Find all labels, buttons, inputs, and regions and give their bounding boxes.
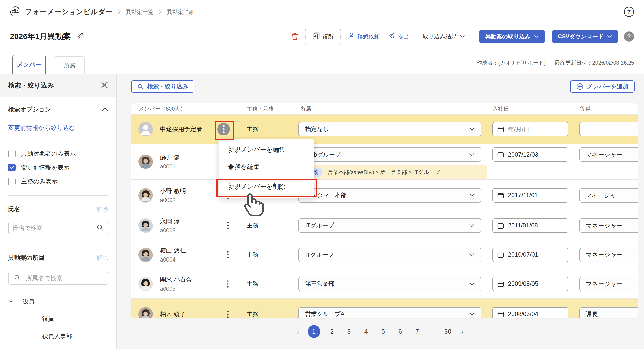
calendar-icon [497,126,504,133]
pagination-next-icon[interactable]: › [460,327,465,336]
checkbox-show-transfer-targets[interactable]: 異動対象者のみ表示 [8,150,108,158]
pagination: ‹ 1 2 3 4 5 6 7 ⋯ 30 › [116,325,644,338]
input-divider [92,224,92,232]
duty-cell: 主務 [236,298,293,318]
role-select[interactable]: 課長 [580,307,638,319]
join-date-input[interactable]: 2011/01/08 [492,218,568,233]
department-search-input[interactable]: 所属名で検索 [8,272,108,285]
join-date-input[interactable]: 2009/08/05 [492,277,568,291]
tree-node-executives[interactable]: 役員 [8,297,108,305]
creator-label: 作成者：(カオナビサポート) [476,59,546,66]
add-member-button[interactable]: メンバーを追加 [570,80,634,93]
breadcrumb-transfer-detail: 異動案詳細 [167,8,195,16]
pagination-page-3[interactable]: 3 [344,328,354,335]
join-date-input[interactable]: 2008/03/04 [492,307,568,319]
import-result-dropdown[interactable]: 取り込み結果 [423,33,465,40]
pagination-page-5[interactable]: 5 [378,328,388,335]
menu-item-delete-new-member[interactable]: 新規メンバーを削除 [219,178,314,195]
edit-title-icon[interactable] [77,33,84,41]
kebab-menu-button[interactable] [226,309,230,319]
department-select[interactable]: Webグループ [298,147,481,162]
tree-leaf-executive-hr[interactable]: 役員人事部 [42,332,108,340]
search-filter-button[interactable]: 検索・絞り込み [131,80,194,93]
checkbox-icon [8,150,16,157]
join-date-input[interactable]: 2010/07/01 [492,248,568,262]
submit-label: 提出 [398,33,409,40]
pagination-page-7[interactable]: 7 [412,328,422,335]
role-select[interactable]: マネージャー [580,277,638,291]
join-date-input[interactable]: 2007/12/03 [492,147,568,162]
kebab-menu-button[interactable] [226,250,230,260]
chevron-down-icon [534,35,539,38]
avatar [138,188,153,203]
top-bar: フォーメーションビルダー 異動案一覧 異動案詳細 ? [0,0,644,24]
help-icon[interactable]: ? [624,32,634,42]
name-search-input[interactable]: 氏名で検索 [8,222,108,234]
csv-download-button[interactable]: CSVダウンロード [552,30,618,43]
member-name: 小野 敏明 [160,187,186,195]
column-header-member: メンバー（600人） [131,103,236,114]
department-select[interactable]: 第三営業部 [298,277,481,291]
app-window: フォーメーションビルダー 異動案一覧 異動案詳細 ? 2026年1月異動案 [0,0,644,349]
calendar-icon [497,151,504,158]
close-icon[interactable] [100,81,108,90]
tab-members[interactable]: メンバー [12,55,46,74]
import-result-label: 取り込み結果 [423,33,457,40]
role-select[interactable]: マネージャー [580,147,638,162]
role-select[interactable]: マネージャー [580,248,638,262]
search-filter-label: 検索・絞り込み [147,83,188,90]
calendar-icon [497,192,504,199]
chevron-down-icon [607,35,612,38]
department-select[interactable]: カスタマー本部 [298,188,481,203]
department-select[interactable]: ITグループ [298,218,481,233]
table-row: 永岡 淳 a0003 主務 ITグループ 2011/01/08 [131,211,638,240]
role-select[interactable] [580,122,638,136]
import-transfer-button[interactable]: 異動案の取り込み [479,30,545,43]
tree-leaf-executives[interactable]: 役員 [42,315,108,323]
role-select[interactable]: マネージャー [580,218,638,233]
pagination-page-4[interactable]: 4 [361,328,371,335]
checkbox-icon [8,178,16,185]
divider [8,142,108,142]
kebab-menu-button[interactable] [226,221,230,231]
checkbox-show-previous-info[interactable]: 変更前情報を表示 [8,164,108,172]
column-header-role: 役職 [574,103,638,114]
member-name: 柏木 綾子 [160,310,186,318]
chevron-down-icon [469,312,474,316]
chevron-up-icon[interactable] [102,107,108,112]
tab-departments[interactable]: 所属 [54,56,85,74]
join-date-input[interactable]: 年/月/日 [492,122,568,136]
department-select[interactable]: ITグループ [298,248,481,262]
last-updated-label: 最終更新日時：2026/02/03 16:25 [554,59,634,66]
import-transfer-label: 異動案の取り込み [485,33,530,40]
pagination-page-1[interactable]: 1 [308,325,320,338]
pagination-prev-icon[interactable]: ‹ [296,327,301,336]
pagination-page-30[interactable]: 30 [443,328,453,335]
kebab-menu-button[interactable] [226,279,230,289]
department-select[interactable]: 指定なし [298,122,481,136]
pagination-page-2[interactable]: 2 [327,328,337,335]
join-date-input[interactable]: 2017/11/01 [492,188,568,203]
clear-name-filter-link[interactable]: 解除 [96,205,108,213]
menu-item-edit-new-member[interactable]: 新規メンバーを編集 [219,141,314,158]
submit-button[interactable]: 提出 [388,32,409,41]
delete-button[interactable] [291,33,299,41]
toolbar-divider [340,29,341,44]
checkbox-show-main-duty-only[interactable]: 主務のみ表示 [8,177,108,185]
menu-item-edit-concurrent[interactable]: 兼務を編集 [219,158,314,175]
chevron-down-icon [460,35,465,38]
tab-bar: メンバー 所属 作成者：(カオナビサポート) 最終更新日時：2026/02/03… [0,49,644,74]
duplicate-button[interactable]: 複製 [312,32,334,41]
breadcrumb-transfer-list[interactable]: 異動案一覧 [126,8,154,16]
filter-by-previous-link[interactable]: 変更前情報から絞り込む [8,124,108,132]
pagination-page-6[interactable]: 6 [395,328,405,335]
kebab-menu-button[interactable] [217,123,230,136]
search-icon [137,84,144,90]
role-select[interactable]: マネージャー [580,188,638,203]
clear-department-filter-link[interactable]: 解除 [96,254,108,262]
department-select[interactable]: 営業グループA [298,307,481,319]
help-icon[interactable]: ? [624,7,634,17]
request-confirmation-button[interactable]: 確認依頼 [348,32,380,41]
members-table: メンバー（600人） 主務・兼務 所属 入社日 役職 中途採用予定者 主務 [131,103,638,318]
search-icon[interactable] [96,224,103,232]
